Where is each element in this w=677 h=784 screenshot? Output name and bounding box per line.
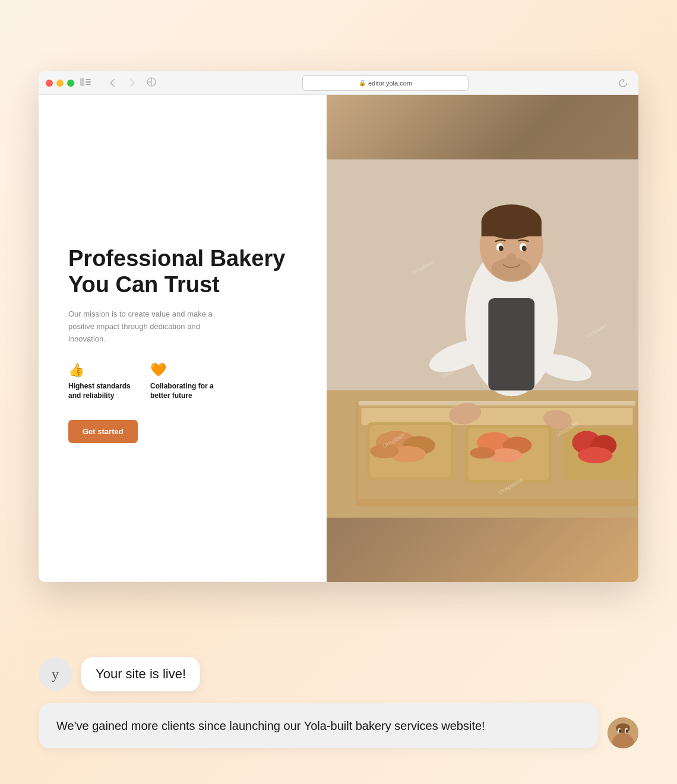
svg-point-57 (626, 729, 628, 733)
hero-title: Professional Bakery You Can Trust (68, 246, 303, 298)
yola-letter: y (52, 666, 59, 682)
hero-left-panel: Professional Bakery You Can Trust Our mi… (39, 95, 327, 582)
lock-icon: 🔒 (359, 80, 366, 86)
reload-button[interactable] (615, 75, 631, 91)
bakery-image: Unsplash Unsplashe Unsplash Unsplash Uns… (327, 95, 638, 582)
svg-point-39 (522, 245, 527, 251)
url-text: editor.yola.com (368, 80, 412, 87)
svg-rect-1 (86, 79, 91, 80)
traffic-lights (46, 80, 74, 87)
chat-section: y Your site is live! We've gained more c… (39, 657, 638, 748)
svg-rect-34 (481, 222, 541, 236)
svg-rect-0 (80, 78, 84, 86)
chat-row-1: y Your site is live! (39, 657, 638, 691)
sidebar-toggle-icon[interactable] (80, 78, 91, 88)
feature-1: 👍 Highest standards and reliability (68, 362, 134, 402)
chat-row-2: We've gained more clients since launchin… (39, 703, 638, 748)
chat-message-2: We've gained more clients since launchin… (56, 719, 485, 732)
browser-window: 🔒 editor.yola.com Professional Bakery Yo… (39, 71, 638, 582)
hero-description: Our mission is to create value and make … (68, 308, 223, 345)
feature-1-label: Highest standards and reliability (68, 381, 134, 402)
chat-bubble-1: Your site is live! (81, 657, 200, 691)
thumbs-up-icon: 👍 (68, 362, 134, 378)
svg-rect-27 (358, 401, 635, 499)
svg-rect-2 (86, 81, 91, 83)
chat-bubble-2: We've gained more clients since launchin… (39, 703, 598, 748)
close-button[interactable] (46, 80, 53, 87)
address-bar-area: 🔒 editor.yola.com (162, 75, 609, 91)
yola-avatar: y (39, 657, 72, 691)
svg-point-56 (619, 729, 621, 733)
features-row: 👍 Highest standards and reliability 🧡 Co… (68, 362, 303, 402)
get-started-button[interactable]: Get started (68, 420, 138, 443)
svg-point-38 (499, 245, 504, 251)
brightness-icon (147, 77, 156, 88)
chat-message-1: Your site is live! (96, 666, 186, 681)
browser-content: Professional Bakery You Can Trust Our mi… (39, 95, 638, 582)
hero-image-panel: Unsplash Unsplashe Unsplash Unsplash Uns… (327, 95, 638, 582)
browser-titlebar: 🔒 editor.yola.com (39, 71, 638, 95)
svg-point-40 (507, 253, 516, 260)
minimize-button[interactable] (56, 80, 64, 87)
svg-rect-3 (86, 84, 91, 85)
back-button[interactable] (104, 77, 121, 89)
address-bar[interactable]: 🔒 editor.yola.com (302, 75, 469, 91)
feature-2: 🧡 Collaborating for a better future (150, 362, 216, 402)
nav-controls (104, 77, 141, 89)
user-avatar (608, 717, 638, 748)
svg-point-35 (491, 258, 532, 281)
maximize-button[interactable] (67, 80, 74, 87)
forward-button[interactable] (124, 77, 141, 89)
feature-2-label: Collaborating for a better future (150, 381, 216, 402)
svg-rect-31 (488, 298, 534, 391)
heart-icon: 🧡 (150, 362, 216, 378)
